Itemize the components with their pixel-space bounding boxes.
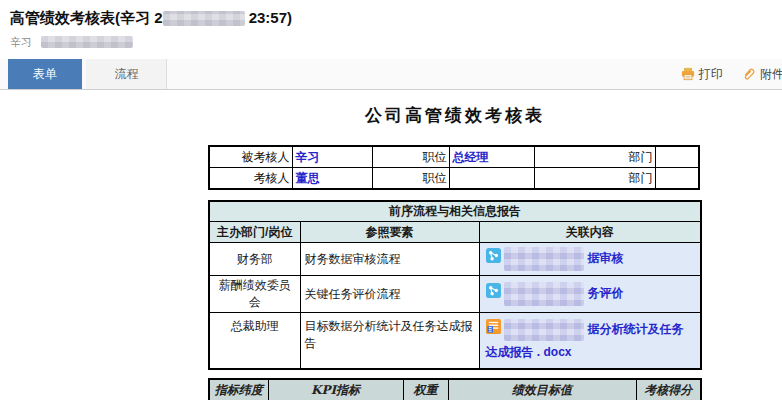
- process-table-title: 前序流程与相关信息报告: [209, 201, 701, 222]
- table-row: 财务部 财务数据审核流程 据审核: [209, 243, 701, 276]
- dept-cell: 总裁助理: [209, 313, 300, 369]
- assessee-label: 被考核人: [209, 146, 292, 168]
- tab-flow[interactable]: 流程: [86, 59, 167, 89]
- department-label: 部门: [534, 146, 655, 168]
- form-title: 公司高管绩效考核表: [208, 104, 702, 127]
- page-subtitle: 辛习: [10, 35, 772, 50]
- redacted-link-text: [504, 247, 584, 271]
- assessor-label: 考核人: [209, 168, 292, 190]
- dept-cell: 财务部: [209, 243, 300, 276]
- page-title-suffix: 23:57): [249, 9, 292, 26]
- column-header-link: 关联内容: [479, 222, 701, 243]
- element-cell: 关键任务评价流程: [300, 276, 479, 313]
- printer-icon: [681, 67, 699, 81]
- table-row: 考核人 董思 职位 部门: [209, 168, 699, 190]
- column-header-element: 参照要素: [300, 222, 479, 243]
- print-label: 打印: [699, 67, 723, 81]
- toolbar-actions: 打印 附件列: [665, 59, 782, 89]
- app-window: 高管绩效考核表(辛习 2 23:57) 辛习 表单 流程 打印: [0, 0, 782, 400]
- position-label: 职位: [372, 168, 449, 190]
- column-header-weight: 权重: [403, 379, 448, 400]
- tab-bar: 表单 流程 打印 附件列: [0, 59, 782, 90]
- linked-content-cell: 据审核: [479, 243, 701, 276]
- position-label: 职位: [372, 146, 449, 168]
- redacted-link-text: [504, 282, 584, 306]
- page-title: 高管绩效考核表(辛习 2 23:57): [10, 9, 772, 28]
- attachments-label: 附件列: [760, 67, 782, 81]
- process-info-table: 前序流程与相关信息报告 主办部门/岗位 参照要素 关联内容 财务部 财务数据审核…: [208, 200, 702, 370]
- table-row: 前序流程与相关信息报告: [209, 201, 701, 222]
- assessee-info-table: 被考核人 辛习 职位 总经理 部门 考核人 董思 职位 部门: [208, 145, 700, 190]
- column-header-dept: 主办部门/岗位: [209, 222, 300, 243]
- table-row: 主办部门/岗位 参照要素 关联内容: [209, 222, 701, 243]
- table-row: 被考核人 辛习 职位 总经理 部门: [209, 146, 699, 168]
- element-cell: 目标数据分析统计及任务达成报告: [300, 313, 479, 369]
- linked-content-cell: 务评价: [479, 276, 701, 313]
- workflow-icon: [486, 283, 501, 305]
- tab-form[interactable]: 表单: [8, 59, 82, 89]
- submitter-name: 辛习: [10, 36, 32, 48]
- redacted-link-text: [504, 319, 584, 341]
- related-link[interactable]: 务评价: [588, 286, 624, 300]
- print-button[interactable]: 打印: [681, 59, 723, 89]
- column-header-score: 考核得分: [636, 379, 701, 400]
- page-header: 高管绩效考核表(辛习 2 23:57) 辛习: [0, 0, 782, 50]
- element-cell: 财务数据审核流程: [300, 243, 479, 276]
- department-label: 部门: [534, 168, 655, 190]
- dept-cell: 薪酬绩效委员会: [209, 276, 300, 313]
- linked-content-cell: 据分析统计及任务达成报告 . docx: [479, 313, 701, 369]
- workflow-icon: [486, 248, 501, 270]
- docx-file-icon: [486, 319, 501, 341]
- assessee-value: 辛习: [292, 146, 372, 168]
- column-header-dimension: 指标纬度: [209, 379, 268, 400]
- position-value: 总经理: [449, 146, 534, 168]
- attachments-button[interactable]: 附件列: [742, 59, 782, 89]
- form-content: 公司高管绩效考核表 被考核人 辛习 职位 总经理 部门 考核人 董思 职位 部门: [208, 104, 702, 400]
- redacted-datetime: [163, 11, 245, 26]
- department-value: [655, 168, 699, 190]
- table-row: 总裁助理 目标数据分析统计及任务达成报告 据分析统计及任务达成报告 . docx: [209, 313, 701, 369]
- kpi-table: 指标纬度 KPI指标 权重 绩效目标值 考核得分 财务类 净资产回报率 15% …: [208, 378, 702, 400]
- assessor-value: 董思: [292, 168, 372, 190]
- table-row: 指标纬度 KPI指标 权重 绩效目标值 考核得分: [209, 379, 701, 400]
- redacted-subtitle-text: [41, 36, 133, 48]
- position-value: [449, 168, 534, 190]
- column-header-target: 绩效目标值: [448, 379, 636, 400]
- related-link[interactable]: 据审核: [588, 251, 624, 265]
- table-row: 薪酬绩效委员会 关键任务评价流程 务评价: [209, 276, 701, 313]
- column-header-kpi: KPI指标: [268, 379, 403, 400]
- paperclip-icon: [742, 67, 760, 81]
- department-value: [655, 146, 699, 168]
- page-title-prefix: 高管绩效考核表(辛习 2: [10, 9, 163, 26]
